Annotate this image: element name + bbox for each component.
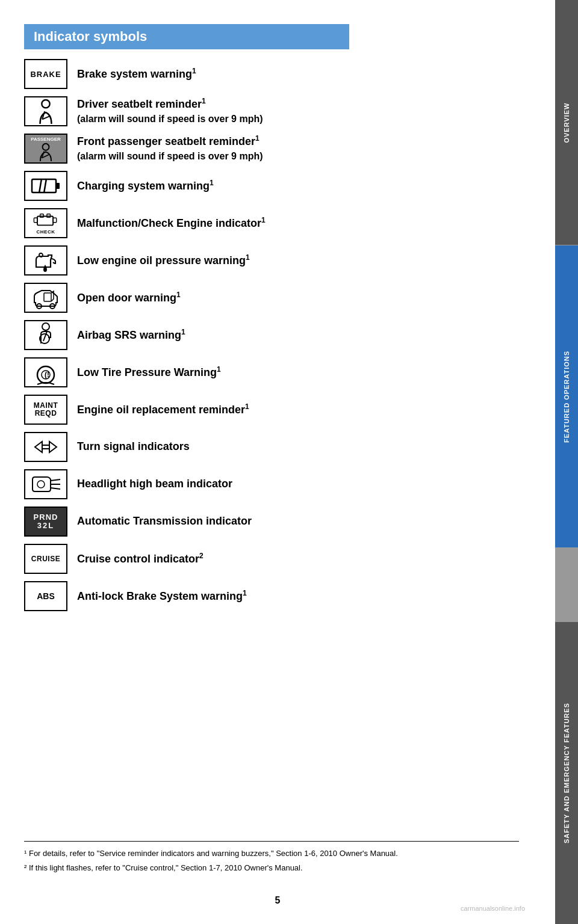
tab-featured-operations[interactable]: FEATURED OPERATIONS [555, 245, 578, 547]
svg-point-15 [42, 323, 49, 330]
footnotes: ¹ For details, refer to "Service reminde… [24, 848, 519, 873]
svg-rect-10 [47, 214, 51, 218]
tab-safety[interactable]: SAFETY AND EMERGENCY FEATURES [555, 622, 578, 924]
svg-point-11 [39, 253, 43, 257]
svg-line-17 [43, 331, 47, 341]
tab-overview[interactable]: OVERVIEW [555, 0, 578, 245]
tire-pressure-icon: (! [24, 357, 67, 387]
check-engine-icon: CHECK [24, 208, 67, 238]
brake-text: Brake system warning1 [77, 67, 196, 81]
footnotes-divider [24, 841, 519, 842]
open-door-icon [24, 283, 67, 313]
svg-rect-3 [56, 183, 60, 189]
svg-line-4 [39, 179, 42, 193]
main-content: Indicator symbols BRAKE Brake system war… [0, 0, 555, 924]
cruise-icon: CRUISE [24, 544, 67, 574]
battery-icon [24, 171, 67, 201]
svg-line-5 [44, 179, 46, 193]
footnote-1: ¹ For details, refer to "Service reminde… [24, 848, 519, 860]
seatbelt-svg [34, 98, 57, 125]
tab-gap [555, 547, 578, 622]
footnote-2: ² If this light flashes, refer to "Cruis… [24, 862, 519, 874]
indicator-high-beam: Headlight high beam indicator [24, 467, 531, 502]
abs-icon: ABS [24, 581, 67, 611]
charging-text: Charging system warning1 [77, 179, 214, 193]
turn-signal-text: Turn signal indicators [77, 440, 190, 454]
indicator-cruise: CRUISE Cruise control indicator2 [24, 541, 531, 576]
svg-point-1 [43, 144, 49, 150]
prnd-text: Automatic Transmission indicator [77, 514, 252, 528]
maint-reqd-text: Engine oil replacement reminder1 [77, 402, 249, 417]
svg-rect-14 [44, 293, 51, 301]
passenger-seatbelt-text: Front passenger seatbelt reminder1 (alar… [77, 134, 263, 163]
svg-point-26 [37, 481, 45, 488]
cruise-text: Cruise control indicator2 [77, 552, 204, 566]
seatbelt-icon [24, 96, 67, 126]
indicator-tire-pressure: (! Low Tire Pressure Warning1 [24, 355, 531, 390]
airbag-icon [24, 320, 67, 350]
maint-reqd-icon: MAINT REQD [24, 395, 67, 425]
high-beam-icon [24, 469, 67, 499]
tire-pressure-text: Low Tire Pressure Warning1 [77, 365, 221, 380]
footnotes-section: ¹ For details, refer to "Service reminde… [24, 829, 519, 876]
indicator-check-engine: CHECK Malfunction/Check Engine indicator… [24, 206, 531, 241]
airbag-text: Airbag SRS warning1 [77, 328, 185, 342]
section-header: Indicator symbols [24, 24, 349, 49]
high-beam-text: Headlight high beam indicator [77, 477, 232, 491]
seatbelt-text: Driver seatbelt reminder1 (alarm will so… [77, 97, 263, 126]
indicator-open-door: Open door warning1 [24, 280, 531, 315]
page-number: 5 [275, 895, 281, 906]
indicator-turn-signal: Turn signal indicators [24, 430, 531, 464]
open-door-text: Open door warning1 [77, 291, 181, 305]
indicator-charging: Charging system warning1 [24, 168, 531, 203]
svg-point-0 [42, 100, 49, 108]
indicator-passenger-seatbelt: PASSENGER Front passenger seatbelt remin… [24, 131, 531, 166]
svg-line-25 [51, 488, 60, 489]
brake-icon: BRAKE [24, 59, 67, 89]
indicator-brake: BRAKE Brake system warning1 [24, 57, 531, 91]
oil-pressure-icon [24, 245, 67, 276]
side-tabs: OVERVIEW FEATURED OPERATIONS SAFETY AND … [555, 0, 578, 924]
indicator-maint-reqd: MAINT REQD Engine oil replacement remind… [24, 392, 531, 427]
turn-signal-icon [24, 432, 67, 462]
svg-rect-6 [37, 216, 53, 225]
prnd-icon: PRND 32L [24, 507, 67, 537]
indicator-list: BRAKE Brake system warning1 Driver seatb… [24, 57, 531, 614]
watermark: carmanualsonline.info [461, 905, 525, 912]
abs-text: Anti-lock Brake System warning1 [77, 589, 247, 603]
oil-pressure-text: Low engine oil pressure warning1 [77, 253, 250, 268]
indicator-oil-pressure: Low engine oil pressure warning1 [24, 243, 531, 278]
indicator-abs: ABS Anti-lock Brake System warning1 [24, 579, 531, 614]
check-engine-text: Malfunction/Check Engine indicator1 [77, 216, 266, 230]
indicator-driver-seatbelt: Driver seatbelt reminder1 (alarm will so… [24, 94, 531, 129]
svg-text:(!: (! [45, 371, 49, 379]
svg-rect-9 [40, 214, 44, 218]
passenger-seatbelt-icon: PASSENGER [24, 134, 67, 164]
indicator-airbag: Airbag SRS warning1 [24, 318, 531, 353]
indicator-prnd: PRND 32L Automatic Transmission indicato… [24, 504, 531, 539]
svg-line-23 [51, 479, 60, 481]
